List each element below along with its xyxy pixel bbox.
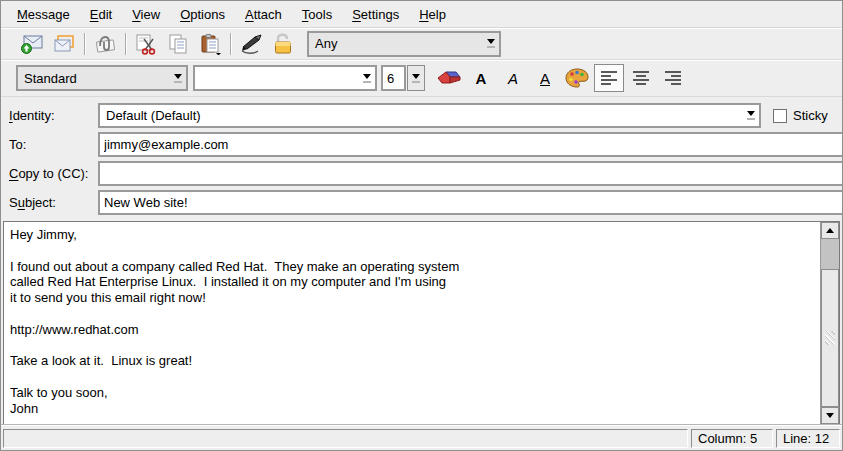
to-row: To: ... [1, 130, 842, 159]
cut-button[interactable] [131, 30, 161, 58]
paragraph-style-combobox[interactable]: Standard [16, 65, 188, 91]
font-size-value: 6 [387, 71, 394, 86]
toolbar-separator [230, 33, 231, 55]
menu-settings[interactable]: Settings [342, 4, 409, 25]
toolbar-drag-handle[interactable] [3, 64, 12, 93]
subject-label: Subject: [1, 195, 98, 210]
subject-input[interactable] [98, 190, 843, 215]
toolbar-separator [125, 33, 126, 55]
message-body-editor[interactable]: Hey Jimmy, I found out about a company c… [4, 222, 820, 424]
copy-button[interactable] [163, 30, 193, 58]
to-label: To: [1, 137, 98, 152]
encrypt-message-icon [271, 33, 295, 55]
formatting-toolbar: Standard 6 [1, 60, 842, 97]
underline-button[interactable]: A [530, 64, 560, 92]
menu-view[interactable]: View [122, 4, 170, 25]
arrow-down-icon [826, 413, 834, 418]
italic-button[interactable]: A [498, 64, 528, 92]
arrow-up-icon [826, 228, 834, 233]
subject-row: Subject: [1, 188, 842, 217]
sticky-label: Sticky [793, 108, 828, 123]
to-input[interactable] [98, 132, 843, 157]
menu-options[interactable]: Options [170, 4, 235, 25]
menu-help[interactable]: Help [409, 4, 456, 25]
sticky-option[interactable]: Sticky [773, 108, 828, 123]
menu-bar: Message Edit View Options Attach Tools S… [1, 1, 842, 28]
crypto-format-combobox[interactable]: Any [307, 31, 501, 57]
chevron-down-icon[interactable] [169, 67, 186, 89]
scroll-down-button[interactable] [821, 407, 839, 424]
italic-icon: A [508, 71, 518, 86]
sign-message-icon [238, 33, 264, 55]
cc-row: Copy to (CC): ... [1, 159, 842, 188]
underline-icon: A [540, 71, 550, 86]
font-family-combobox[interactable] [193, 65, 377, 91]
align-center-icon [631, 69, 651, 87]
identity-row: Identity: Default (Default) Sticky [1, 101, 842, 130]
main-toolbar: Any [1, 28, 842, 60]
scrollbar-thumb[interactable] [821, 269, 839, 407]
align-right-icon [663, 69, 683, 87]
eraser-button[interactable] [434, 64, 464, 92]
queue-mail-button[interactable] [49, 30, 79, 58]
queue-mail-icon [52, 33, 76, 55]
font-size-field[interactable]: 6 [381, 65, 406, 91]
cc-input[interactable] [98, 161, 843, 186]
bold-icon: A [476, 71, 487, 86]
bold-button[interactable]: A [466, 64, 496, 92]
status-column-indicator: Column: 5 [691, 429, 773, 448]
send-mail-icon [20, 33, 44, 55]
chevron-down-icon[interactable] [742, 105, 759, 126]
sign-message-button[interactable] [236, 30, 266, 58]
grip-icon [825, 331, 835, 345]
menu-attach[interactable]: Attach [235, 4, 292, 25]
sticky-checkbox[interactable] [773, 109, 787, 123]
cut-icon [134, 33, 158, 55]
align-left-icon [599, 69, 619, 87]
send-mail-button[interactable] [17, 30, 47, 58]
message-headers: Identity: Default (Default) Sticky To: .… [1, 97, 842, 220]
font-size-dropdown-button[interactable] [407, 65, 425, 91]
menu-edit[interactable]: Edit [80, 4, 122, 25]
scroll-up-button[interactable] [821, 222, 839, 239]
eraser-icon [436, 68, 462, 88]
identity-combobox[interactable]: Default (Default) [98, 103, 761, 128]
toolbar-drag-handle[interactable] [3, 31, 12, 56]
align-left-button[interactable] [594, 64, 624, 92]
message-body-frame: Hey Jimmy, I found out about a company c… [3, 221, 840, 425]
status-line-indicator: Line: 12 [776, 429, 840, 448]
palette-icon [564, 67, 590, 89]
copy-icon [166, 33, 190, 55]
attach-file-icon [93, 33, 117, 55]
scrollbar-track[interactable] [821, 239, 839, 269]
identity-value: Default (Default) [106, 108, 201, 123]
paragraph-style-value: Standard [24, 71, 77, 86]
vertical-scrollbar[interactable] [820, 222, 839, 424]
toolbar-separator [84, 33, 85, 55]
attach-file-button[interactable] [90, 30, 120, 58]
chevron-down-icon[interactable] [482, 33, 499, 55]
status-bar: Column: 5 Line: 12 [1, 425, 842, 450]
paste-button[interactable] [195, 30, 225, 58]
status-message-panel [3, 429, 688, 448]
cc-label: Copy to (CC): [1, 166, 98, 181]
crypto-format-value: Any [315, 36, 337, 51]
chevron-down-icon[interactable] [358, 67, 375, 89]
menu-tools[interactable]: Tools [292, 4, 342, 25]
text-color-button[interactable] [562, 64, 592, 92]
mail-composer-window: Message Edit View Options Attach Tools S… [0, 0, 843, 451]
align-right-button[interactable] [658, 64, 688, 92]
identity-label: Identity: [1, 108, 98, 123]
encrypt-message-button[interactable] [268, 30, 298, 58]
paste-icon [198, 33, 222, 55]
align-center-button[interactable] [626, 64, 656, 92]
menu-message[interactable]: Message [7, 4, 80, 25]
